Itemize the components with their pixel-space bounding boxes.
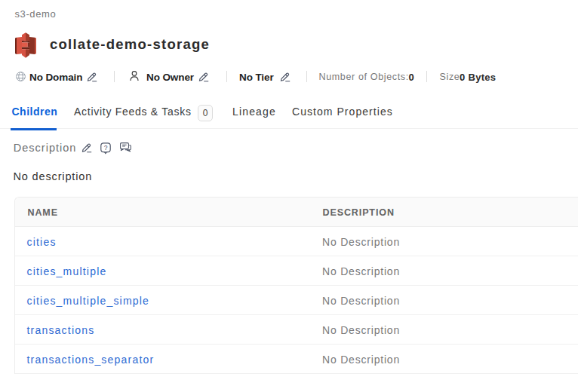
svg-text:?: ? bbox=[103, 143, 107, 151]
